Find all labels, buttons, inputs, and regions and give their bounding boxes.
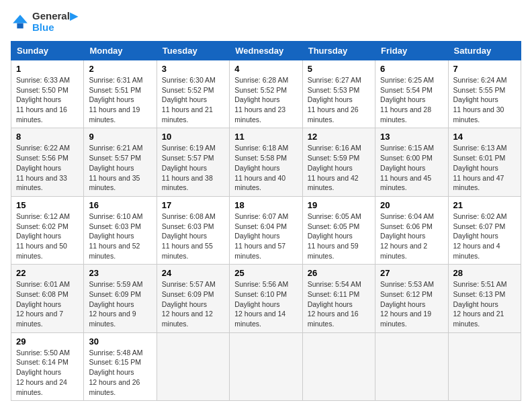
day-number: 18 [234, 200, 297, 210]
calendar-cell [448, 332, 521, 400]
day-number: 28 [453, 268, 516, 278]
calendar-week-4: 22 Sunrise: 6:01 AM Sunset: 6:08 PM Dayl… [11, 265, 521, 332]
day-detail: Sunrise: 6:18 AM Sunset: 5:58 PM Dayligh… [234, 143, 297, 192]
day-number: 17 [162, 200, 224, 210]
calendar-cell: 27 Sunrise: 5:53 AM Sunset: 6:12 PM Dayl… [375, 265, 448, 332]
calendar-cell: 17 Sunrise: 6:08 AM Sunset: 6:03 PM Dayl… [157, 196, 229, 264]
day-number: 8 [16, 132, 79, 142]
day-number: 10 [162, 132, 224, 142]
calendar-cell: 30 Sunrise: 5:48 AM Sunset: 6:15 PM Dayl… [84, 332, 157, 400]
calendar-cell [230, 332, 302, 400]
day-number: 6 [380, 64, 443, 74]
day-detail: Sunrise: 6:15 AM Sunset: 6:00 PM Dayligh… [380, 143, 443, 192]
calendar-week-5: 29 Sunrise: 5:50 AM Sunset: 6:14 PM Dayl… [11, 332, 521, 400]
calendar-cell: 6 Sunrise: 6:25 AM Sunset: 5:54 PM Dayli… [375, 60, 448, 128]
calendar-cell: 19 Sunrise: 6:05 AM Sunset: 6:05 PM Dayl… [302, 196, 375, 264]
day-detail: Sunrise: 5:48 AM Sunset: 6:15 PM Dayligh… [89, 348, 151, 397]
calendar-cell: 14 Sunrise: 6:13 AM Sunset: 6:01 PM Dayl… [448, 128, 521, 196]
calendar-cell: 18 Sunrise: 6:07 AM Sunset: 6:04 PM Dayl… [230, 196, 302, 264]
day-number: 24 [162, 268, 224, 278]
calendar-cell: 29 Sunrise: 5:50 AM Sunset: 6:14 PM Dayl… [11, 332, 84, 400]
weekday-header-wednesday: Wednesday [230, 42, 302, 60]
calendar-cell: 4 Sunrise: 6:28 AM Sunset: 5:52 PM Dayli… [230, 60, 302, 128]
day-number: 11 [234, 132, 297, 142]
day-detail: Sunrise: 5:59 AM Sunset: 6:09 PM Dayligh… [89, 279, 151, 328]
day-number: 14 [453, 132, 516, 142]
calendar-cell: 8 Sunrise: 6:22 AM Sunset: 5:56 PM Dayli… [11, 128, 84, 196]
weekday-header-friday: Friday [375, 42, 448, 60]
day-number: 30 [89, 336, 151, 347]
calendar-cell: 12 Sunrise: 6:16 AM Sunset: 5:59 PM Dayl… [302, 128, 375, 196]
day-detail: Sunrise: 6:12 AM Sunset: 6:02 PM Dayligh… [16, 212, 79, 261]
day-number: 19 [308, 200, 370, 210]
day-detail: Sunrise: 6:24 AM Sunset: 5:55 PM Dayligh… [453, 75, 516, 124]
calendar-table: SundayMondayTuesdayWednesdayThursdayFrid… [11, 41, 521, 401]
day-detail: Sunrise: 5:54 AM Sunset: 6:11 PM Dayligh… [308, 279, 370, 328]
calendar-cell [302, 332, 375, 400]
calendar-cell: 5 Sunrise: 6:27 AM Sunset: 5:53 PM Dayli… [302, 60, 375, 128]
calendar-cell: 3 Sunrise: 6:30 AM Sunset: 5:52 PM Dayli… [157, 60, 229, 128]
day-detail: Sunrise: 5:51 AM Sunset: 6:13 PM Dayligh… [453, 279, 516, 328]
weekday-header-row: SundayMondayTuesdayWednesdayThursdayFrid… [11, 42, 521, 60]
day-number: 20 [380, 200, 443, 210]
day-detail: Sunrise: 6:10 AM Sunset: 6:03 PM Dayligh… [89, 212, 151, 261]
day-detail: Sunrise: 6:08 AM Sunset: 6:03 PM Dayligh… [162, 212, 224, 261]
day-number: 25 [234, 268, 297, 278]
day-detail: Sunrise: 6:33 AM Sunset: 5:50 PM Dayligh… [16, 75, 79, 124]
calendar-week-1: 1 Sunrise: 6:33 AM Sunset: 5:50 PM Dayli… [11, 60, 521, 128]
day-detail: Sunrise: 6:05 AM Sunset: 6:05 PM Dayligh… [308, 212, 370, 261]
day-number: 4 [234, 64, 297, 74]
day-number: 26 [308, 268, 370, 278]
day-detail: Sunrise: 6:21 AM Sunset: 5:57 PM Dayligh… [89, 143, 151, 192]
day-number: 2 [89, 64, 151, 74]
day-detail: Sunrise: 5:56 AM Sunset: 6:10 PM Dayligh… [234, 279, 297, 328]
day-number: 1 [16, 64, 79, 74]
weekday-header-thursday: Thursday [302, 42, 375, 60]
weekday-header-sunday: Sunday [11, 42, 84, 60]
day-detail: Sunrise: 6:07 AM Sunset: 6:04 PM Dayligh… [234, 212, 297, 261]
calendar-week-2: 8 Sunrise: 6:22 AM Sunset: 5:56 PM Dayli… [11, 128, 521, 196]
day-detail: Sunrise: 6:01 AM Sunset: 6:08 PM Dayligh… [16, 279, 79, 328]
calendar-cell: 13 Sunrise: 6:15 AM Sunset: 6:00 PM Dayl… [375, 128, 448, 196]
day-detail: Sunrise: 6:31 AM Sunset: 5:51 PM Dayligh… [89, 75, 151, 124]
calendar-cell: 2 Sunrise: 6:31 AM Sunset: 5:51 PM Dayli… [84, 60, 157, 128]
calendar-cell: 9 Sunrise: 6:21 AM Sunset: 5:57 PM Dayli… [84, 128, 157, 196]
day-number: 3 [162, 64, 224, 74]
day-number: 29 [16, 336, 79, 347]
calendar-week-3: 15 Sunrise: 6:12 AM Sunset: 6:02 PM Dayl… [11, 196, 521, 264]
day-detail: Sunrise: 6:30 AM Sunset: 5:52 PM Dayligh… [162, 75, 224, 124]
day-detail: Sunrise: 5:57 AM Sunset: 6:09 PM Dayligh… [162, 279, 224, 328]
day-detail: Sunrise: 5:50 AM Sunset: 6:14 PM Dayligh… [16, 348, 79, 397]
calendar-cell: 21 Sunrise: 6:02 AM Sunset: 6:07 PM Dayl… [448, 196, 521, 264]
calendar-cell [375, 332, 448, 400]
day-number: 16 [89, 200, 151, 210]
calendar-cell: 20 Sunrise: 6:04 AM Sunset: 6:06 PM Dayl… [375, 196, 448, 264]
logo-icon [11, 13, 30, 32]
calendar-cell: 22 Sunrise: 6:01 AM Sunset: 6:08 PM Dayl… [11, 265, 84, 332]
calendar-cell: 26 Sunrise: 5:54 AM Sunset: 6:11 PM Dayl… [302, 265, 375, 332]
day-detail: Sunrise: 6:13 AM Sunset: 6:01 PM Dayligh… [453, 143, 516, 192]
calendar-cell: 10 Sunrise: 6:19 AM Sunset: 5:57 PM Dayl… [157, 128, 229, 196]
day-detail: Sunrise: 6:28 AM Sunset: 5:52 PM Dayligh… [234, 75, 297, 124]
calendar-cell: 11 Sunrise: 6:18 AM Sunset: 5:58 PM Dayl… [230, 128, 302, 196]
calendar-cell: 23 Sunrise: 5:59 AM Sunset: 6:09 PM Dayl… [84, 265, 157, 332]
day-number: 7 [453, 64, 516, 74]
day-number: 12 [308, 132, 370, 142]
day-number: 9 [89, 132, 151, 142]
day-number: 13 [380, 132, 443, 142]
day-number: 21 [453, 200, 516, 210]
day-detail: Sunrise: 6:04 AM Sunset: 6:06 PM Dayligh… [380, 212, 443, 261]
logo: General▶ Blue [11, 11, 78, 33]
calendar-cell: 28 Sunrise: 5:51 AM Sunset: 6:13 PM Dayl… [448, 265, 521, 332]
calendar-cell: 7 Sunrise: 6:24 AM Sunset: 5:55 PM Dayli… [448, 60, 521, 128]
day-number: 15 [16, 200, 79, 210]
calendar-cell: 24 Sunrise: 5:57 AM Sunset: 6:09 PM Dayl… [157, 265, 229, 332]
day-detail: Sunrise: 6:02 AM Sunset: 6:07 PM Dayligh… [453, 212, 516, 261]
weekday-header-monday: Monday [84, 42, 157, 60]
day-detail: Sunrise: 6:19 AM Sunset: 5:57 PM Dayligh… [162, 143, 224, 192]
day-detail: Sunrise: 6:27 AM Sunset: 5:53 PM Dayligh… [308, 75, 370, 124]
day-number: 23 [89, 268, 151, 278]
calendar-cell: 16 Sunrise: 6:10 AM Sunset: 6:03 PM Dayl… [84, 196, 157, 264]
calendar-cell: 15 Sunrise: 6:12 AM Sunset: 6:02 PM Dayl… [11, 196, 84, 264]
day-detail: Sunrise: 6:16 AM Sunset: 5:59 PM Dayligh… [308, 143, 370, 192]
